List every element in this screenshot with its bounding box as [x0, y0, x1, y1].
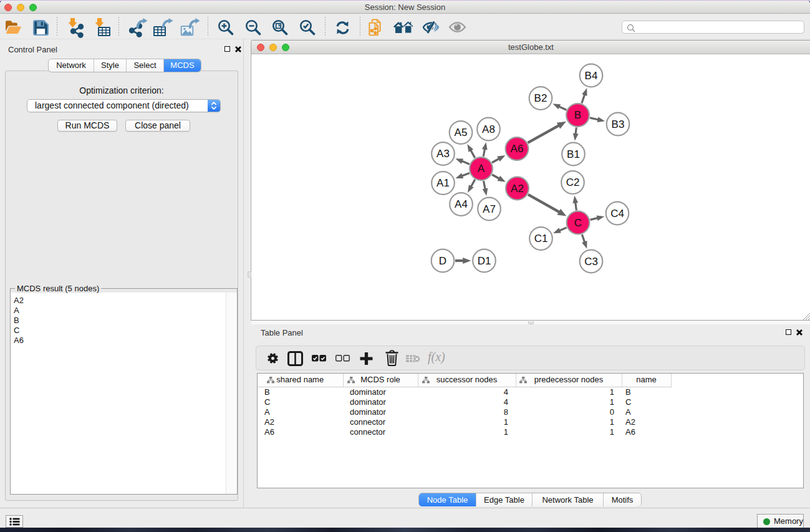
svg-text:C1: C1 — [534, 233, 548, 244]
svg-text:A7: A7 — [483, 203, 496, 215]
svg-text:A4: A4 — [455, 198, 468, 210]
svg-text:B2: B2 — [534, 92, 547, 104]
svg-text:B4: B4 — [585, 70, 598, 82]
svg-text:D: D — [439, 255, 446, 267]
svg-text:C: C — [574, 217, 582, 229]
svg-text:B: B — [574, 109, 581, 121]
svg-text:A6: A6 — [511, 143, 524, 155]
svg-text:C3: C3 — [584, 256, 598, 268]
svg-text:C2: C2 — [566, 177, 580, 188]
svg-text:A2: A2 — [511, 183, 524, 195]
svg-text:A3: A3 — [436, 148, 450, 160]
svg-text:B1: B1 — [567, 148, 580, 160]
svg-text:B3: B3 — [612, 118, 625, 130]
svg-text:A: A — [478, 163, 485, 175]
svg-text:A1: A1 — [436, 177, 450, 189]
svg-text:D1: D1 — [478, 255, 491, 267]
svg-text:A8: A8 — [482, 123, 495, 135]
svg-text:C4: C4 — [610, 208, 624, 220]
svg-text:A5: A5 — [455, 127, 468, 138]
